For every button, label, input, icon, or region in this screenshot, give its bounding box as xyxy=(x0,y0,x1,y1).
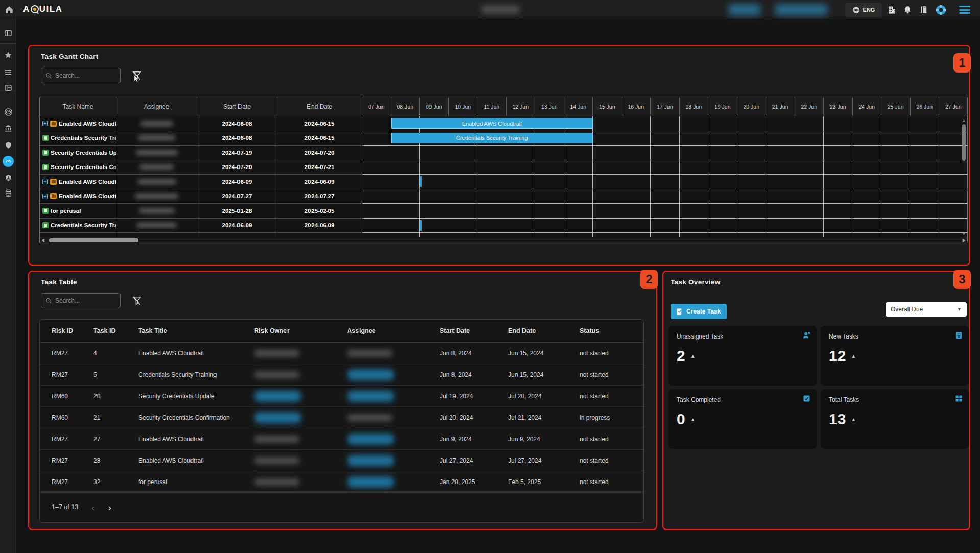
gantt-day-header[interactable]: 22 Jun xyxy=(795,97,824,116)
gantt-day-header[interactable]: 11 Jun xyxy=(477,97,507,116)
layout-grid-icon[interactable] xyxy=(3,83,13,93)
pagination-next-button[interactable]: › xyxy=(108,502,111,512)
scroll-right-arrow[interactable]: ▶ xyxy=(961,237,967,243)
scrollbar-thumb[interactable] xyxy=(962,124,966,161)
panel-toggle-icon[interactable] xyxy=(3,28,13,38)
user-shield-icon[interactable] xyxy=(3,173,13,183)
table-row[interactable]: RM274Enabled AWS CloudtrailJun 8, 2024Ju… xyxy=(40,343,643,364)
database-icon[interactable] xyxy=(3,188,13,198)
card-new-tasks[interactable]: New Tasks 12▲ xyxy=(821,326,969,386)
caret-up-icon[interactable]: ▲ xyxy=(690,353,696,359)
table-row[interactable]: RM6021Security Credentials ConfirmationJ… xyxy=(40,407,643,428)
gantt-day-header[interactable]: 19 Jun xyxy=(708,97,737,116)
overall-due-select[interactable]: Overall Due ▼ xyxy=(886,302,967,317)
pagination-prev-button[interactable]: ‹ xyxy=(91,502,94,512)
caret-up-icon[interactable]: ▲ xyxy=(851,353,856,359)
table-row[interactable]: RM6020Security Credentials UpdateJul 19,… xyxy=(40,386,643,407)
gantt-day-header[interactable]: 26 Jun xyxy=(911,97,940,116)
gantt-horizontal-scrollbar[interactable]: ◀ ▶ xyxy=(40,237,967,243)
gantt-filter-off-icon[interactable] xyxy=(131,70,142,81)
table-row[interactable]: RM2732for perusalJan 28, 2025Feb 5, 2025… xyxy=(40,471,643,493)
gantt-day-header[interactable]: 27 Jun xyxy=(939,97,967,116)
journal-icon[interactable] xyxy=(918,4,929,15)
redacted-topbar-chip[interactable] xyxy=(729,4,760,15)
gantt-bar[interactable]: Enabled AWS Cloudtrail xyxy=(391,118,593,129)
favorites-star-icon[interactable] xyxy=(3,50,13,60)
gantt-vertical-scrollbar[interactable]: ▲ ▼ xyxy=(962,117,966,237)
card-task-completed[interactable]: Task Completed 0▲ xyxy=(668,389,817,449)
main-menu-icon[interactable] xyxy=(959,6,970,14)
gantt-row[interactable]: Security Credentials Update2024-07-19202… xyxy=(40,146,967,160)
expand-plus-icon[interactable]: + xyxy=(42,179,48,184)
table-row[interactable]: RM2727Enabled AWS CloudtrailJun 9, 2024J… xyxy=(40,428,643,450)
gantt-day-header[interactable]: 15 Jun xyxy=(593,97,622,116)
gantt-row[interactable]: Security Credentials Confirmation2024-07… xyxy=(40,160,967,175)
scrollbar-thumb[interactable] xyxy=(49,238,138,242)
redacted-topbar-chip[interactable] xyxy=(775,4,827,15)
gantt-day-header[interactable]: 08 Jun xyxy=(391,97,420,116)
gantt-day-header[interactable]: 21 Jun xyxy=(766,97,795,116)
shield-icon[interactable] xyxy=(3,140,13,150)
gantt-col-start-date[interactable]: Start Date xyxy=(197,97,277,116)
table-filter-off-icon[interactable] xyxy=(131,295,142,306)
building-icon[interactable] xyxy=(886,4,897,15)
gantt-bar-sliver[interactable] xyxy=(420,220,422,231)
gantt-row[interactable]: +Enabled AWS Cloudtrail2024-06-092024-06… xyxy=(40,175,967,189)
menu-list-icon[interactable] xyxy=(3,67,13,78)
table-search-input[interactable] xyxy=(55,297,116,304)
gantt-row[interactable]: for perusal2025-01-282025-02-05 xyxy=(40,204,967,219)
gantt-day-header[interactable]: 14 Jun xyxy=(564,97,593,116)
gantt-col-assignee[interactable]: Assignee xyxy=(116,97,197,116)
table-row[interactable]: RM2728Enabled AWS CloudtrailJul 27, 2024… xyxy=(40,450,643,471)
card-total-tasks[interactable]: Total Tasks 13▲ xyxy=(821,389,969,449)
col-assignee[interactable]: Assignee xyxy=(347,327,440,334)
home-icon[interactable] xyxy=(4,5,14,15)
expand-plus-icon[interactable]: + xyxy=(42,121,48,126)
scroll-up-arrow[interactable]: ▲ xyxy=(962,117,966,123)
gantt-day-header[interactable]: 23 Jun xyxy=(824,97,853,116)
col-start-date[interactable]: Start Date xyxy=(440,327,508,334)
gantt-search-input[interactable] xyxy=(55,72,116,79)
gantt-bar-sliver[interactable] xyxy=(420,176,422,187)
create-task-button[interactable]: Create Task xyxy=(671,304,727,319)
table-row[interactable]: RM275Credentials Security TrainingJun 8,… xyxy=(40,364,643,386)
gantt-day-header[interactable]: 25 Jun xyxy=(881,97,911,116)
gantt-day-header[interactable]: 17 Jun xyxy=(651,97,680,116)
folder-icon xyxy=(50,179,57,185)
gantt-day-header[interactable]: 13 Jun xyxy=(535,97,564,116)
col-task-id[interactable]: Task ID xyxy=(93,327,138,334)
gantt-day-header[interactable]: 07 Jun xyxy=(362,97,391,116)
gantt-day-header[interactable]: 18 Jun xyxy=(680,97,709,116)
col-task-title[interactable]: Task Title xyxy=(138,327,254,334)
gantt-row[interactable]: Credentials Security Training2024-06-082… xyxy=(40,131,967,146)
scroll-down-arrow[interactable]: ▼ xyxy=(962,231,966,237)
caret-up-icon[interactable]: ▲ xyxy=(690,417,696,422)
col-status[interactable]: Status xyxy=(580,327,643,334)
radar-target-icon[interactable] xyxy=(3,107,13,117)
gantt-col-end-date[interactable]: End Date xyxy=(277,97,362,116)
col-risk-owner[interactable]: Risk Owner xyxy=(254,327,347,334)
gantt-row[interactable]: +Enabled AWS Cloudtrail2024-07-272024-07… xyxy=(40,189,967,204)
gantt-day-header[interactable]: 10 Jun xyxy=(449,97,478,116)
gantt-day-header[interactable]: 09 Jun xyxy=(420,97,449,116)
col-end-date[interactable]: End Date xyxy=(508,327,580,334)
support-ring-icon[interactable] xyxy=(935,4,947,16)
cell-risk-owner xyxy=(254,458,347,464)
gantt-day-header[interactable]: 20 Jun xyxy=(737,97,767,116)
gantt-bar[interactable]: Credentials Security Training xyxy=(391,133,593,143)
notifications-bell-icon[interactable] xyxy=(902,4,913,15)
expand-plus-icon[interactable]: + xyxy=(42,194,48,199)
gantt-day-header[interactable]: 24 Jun xyxy=(853,97,882,116)
caret-up-icon[interactable]: ▲ xyxy=(851,417,856,422)
bank-icon[interactable] xyxy=(3,123,13,133)
gantt-row[interactable]: Credentials Security Training2024-06-092… xyxy=(40,219,967,233)
gantt-day-header[interactable]: 16 Jun xyxy=(622,97,651,116)
card-unassigned-task[interactable]: Unassigned Task 2▲ xyxy=(668,326,817,386)
gantt-col-task-name[interactable]: Task Name xyxy=(40,97,116,116)
gantt-day-header[interactable]: 12 Jun xyxy=(507,97,536,116)
language-selector[interactable]: ENG xyxy=(845,3,882,17)
gantt-row[interactable]: +Enabled AWS Cloudtrail2024-06-082024-06… xyxy=(40,116,967,131)
col-risk-id[interactable]: Risk ID xyxy=(52,327,93,334)
dashboard-gauge-icon[interactable] xyxy=(3,156,14,167)
scroll-left-arrow[interactable]: ◀ xyxy=(40,237,46,243)
